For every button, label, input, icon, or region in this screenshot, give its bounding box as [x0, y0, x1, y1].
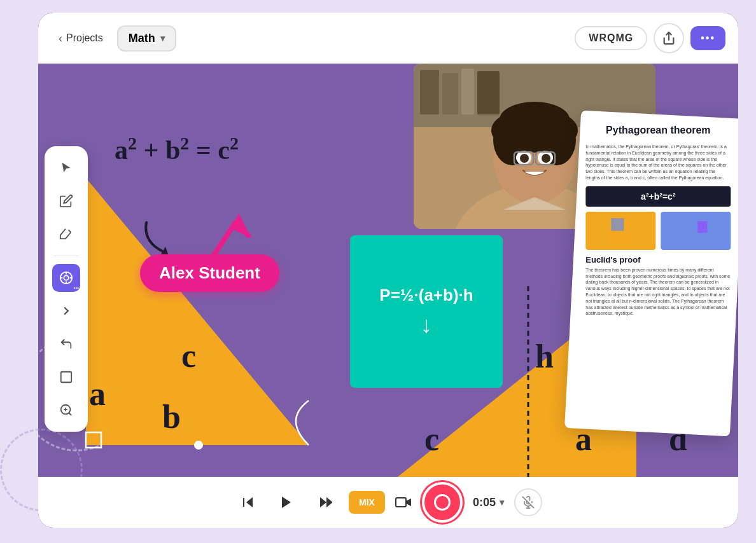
doc-img-1	[585, 212, 655, 250]
camera-icon	[395, 495, 412, 509]
shape-icon	[59, 370, 73, 384]
svg-rect-8	[61, 372, 72, 383]
doc-card-inner: Pythagorean theorem In mathematics, the …	[585, 125, 731, 317]
document-card: Pythagorean theorem In mathematics, the …	[564, 111, 738, 437]
timer-chevron-icon: ▾	[500, 497, 504, 507]
chevron-right-tool[interactable]	[52, 297, 80, 325]
more-icon: •••	[701, 32, 715, 43]
doc-section-title: Euclid's proof	[585, 255, 731, 265]
camera-button[interactable]	[395, 495, 412, 509]
pencil-icon	[59, 194, 73, 208]
svg-rect-50	[697, 221, 707, 233]
pointer-icon	[59, 161, 73, 175]
tool-dots: •••	[74, 285, 79, 291]
doc-title: Pythagorean theorem	[585, 125, 731, 136]
label-a: a	[89, 375, 106, 413]
mix-button[interactable]: MIX	[349, 491, 385, 514]
chevron-right-icon	[59, 304, 73, 318]
doc-formula: a²+b²=c²	[585, 186, 731, 207]
top-bar: ‹ Projects Math ▾ WRQMG •••	[38, 13, 738, 64]
mute-button[interactable]	[514, 488, 542, 516]
undo-tool[interactable]	[52, 330, 80, 358]
formula-text: P=½·(a+b)·h	[379, 285, 473, 305]
floating-toolbar: •••	[45, 146, 88, 432]
bottom-toolbar: MIX 0:05 ▾	[38, 477, 738, 528]
more-button[interactable]: •••	[690, 26, 725, 50]
doc-img-2	[661, 212, 731, 250]
session-code: WRQMG	[575, 26, 647, 50]
share-button[interactable]	[654, 23, 684, 53]
rewind-button[interactable]	[234, 488, 262, 516]
play-icon	[279, 495, 294, 510]
timer-text: 0:05	[473, 496, 496, 509]
fast-forward-icon	[317, 495, 332, 510]
math-equation: a2 + b2 = c2	[115, 134, 239, 165]
toolbar-separator	[53, 256, 79, 256]
fast-forward-button[interactable]	[311, 488, 339, 516]
share-icon	[662, 31, 676, 45]
svg-marker-55	[326, 497, 332, 507]
target-tool[interactable]: •••	[52, 264, 80, 292]
mute-icon	[522, 496, 535, 509]
svg-line-10	[69, 413, 71, 415]
formula-arrow-icon: ↓	[421, 312, 432, 338]
name-badge: Alex Student	[140, 254, 279, 292]
svg-rect-17	[461, 69, 474, 114]
app-container: ‹ Projects Math ▾ WRQMG •••	[38, 13, 738, 528]
svg-point-42	[194, 441, 203, 450]
svg-point-25	[500, 102, 570, 137]
rewind-icon	[241, 495, 256, 510]
canvas-area: •••	[38, 64, 738, 490]
svg-marker-57	[406, 498, 411, 506]
pointer-tool[interactable]	[52, 154, 80, 182]
eraser-icon	[59, 227, 73, 241]
zoom-icon	[59, 403, 73, 417]
eraser-tool[interactable]	[52, 220, 80, 248]
svg-rect-18	[477, 71, 500, 114]
mix-label: MIX	[359, 497, 375, 507]
svg-point-3	[64, 275, 68, 280]
back-label: Projects	[66, 32, 103, 44]
doc-triangle-icon	[605, 215, 636, 247]
doc-body-text2: The theorem has been proven numerous tim…	[585, 267, 731, 317]
undo-icon	[59, 337, 73, 351]
svg-point-29	[542, 154, 550, 163]
svg-rect-15	[420, 70, 439, 114]
label-c-right: c	[424, 420, 439, 458]
target-icon	[59, 271, 73, 285]
doc-triangle2-icon	[680, 215, 711, 247]
shape-tool[interactable]	[52, 363, 80, 391]
svg-line-1	[69, 230, 71, 233]
record-inner	[434, 494, 451, 511]
label-h: h	[535, 338, 554, 375]
svg-rect-16	[442, 73, 458, 114]
chevron-down-icon: ▾	[160, 33, 165, 43]
timer-display: 0:05 ▾	[473, 496, 504, 509]
svg-rect-48	[608, 231, 617, 244]
curved-arrow-svg	[137, 210, 188, 261]
svg-marker-53	[282, 497, 291, 508]
svg-rect-47	[611, 218, 624, 231]
pencil-tool[interactable]	[52, 187, 80, 215]
svg-point-28	[520, 154, 529, 163]
play-button[interactable]	[272, 488, 300, 516]
zoom-tool[interactable]	[52, 396, 80, 424]
label-b-left: b	[162, 398, 181, 436]
cyan-rectangle: P=½·(a+b)·h ↓	[350, 235, 503, 388]
label-c-hyp: c	[181, 337, 196, 375]
svg-marker-51	[246, 497, 253, 507]
project-name: Math	[129, 32, 155, 45]
doc-body-text1: In mathematics, the Pythagorean theorem,…	[585, 144, 731, 181]
project-dropdown[interactable]: Math ▾	[117, 25, 176, 52]
svg-marker-38	[232, 213, 251, 238]
doc-images	[585, 212, 731, 250]
back-button[interactable]: ‹ Projects	[51, 27, 111, 50]
record-container	[422, 482, 463, 523]
record-button[interactable]	[422, 482, 463, 523]
back-arrow-icon: ‹	[59, 32, 62, 45]
svg-rect-56	[396, 498, 406, 507]
svg-marker-54	[320, 497, 326, 507]
